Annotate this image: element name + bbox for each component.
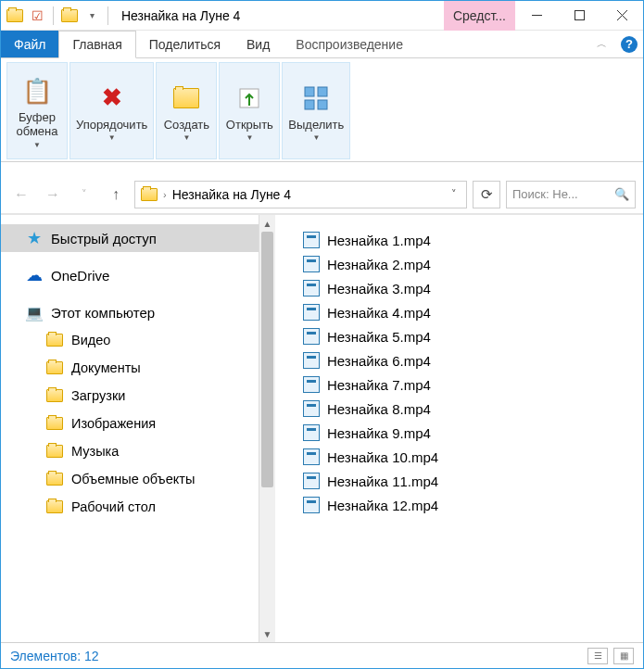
folder-icon[interactable] xyxy=(5,6,25,26)
video-file-icon xyxy=(303,376,320,393)
scroll-down-icon[interactable]: ▼ xyxy=(259,625,275,642)
select-all-icon xyxy=(299,82,333,115)
file-item[interactable]: Незнайка 11.mp4 xyxy=(284,469,634,493)
file-item[interactable]: Незнайка 7.mp4 xyxy=(284,372,634,397)
svg-rect-1 xyxy=(575,11,584,20)
delete-icon: ✖ xyxy=(95,82,129,115)
navpane-scrollbar[interactable]: ▲ ▼ xyxy=(259,215,275,642)
ribbon: 📋 Буфер обмена ▼ ✖ Упорядочить ▼ Создать… xyxy=(1,58,643,162)
file-item[interactable]: Незнайка 3.mp4 xyxy=(284,276,634,300)
tree-folder-item[interactable]: Видео xyxy=(1,326,259,354)
svg-rect-8 xyxy=(318,100,327,109)
svg-rect-0 xyxy=(532,15,542,16)
tree-this-pc[interactable]: 💻 Этот компьютер xyxy=(1,298,259,326)
navigation-pane[interactable]: ★ Быстрый доступ ☁ OneDrive 💻 Этот компь… xyxy=(1,215,259,642)
scroll-up-icon[interactable]: ▲ xyxy=(259,215,275,232)
clipboard-icon: 📋 xyxy=(20,74,54,107)
status-bar: Элементов: 12 ☰ ▦ xyxy=(1,642,643,668)
file-item[interactable]: Незнайка 9.mp4 xyxy=(284,421,634,445)
qat-dropdown-icon[interactable]: ▾ xyxy=(82,6,102,26)
video-file-icon xyxy=(303,497,320,513)
minimize-button[interactable] xyxy=(515,1,558,31)
star-icon: ★ xyxy=(25,230,44,246)
tree-folder-item[interactable]: Загрузки xyxy=(1,382,259,410)
tree-onedrive[interactable]: ☁ OneDrive xyxy=(1,261,259,289)
close-button[interactable] xyxy=(600,1,643,31)
tab-home[interactable]: Главная xyxy=(58,31,135,58)
folder-icon xyxy=(45,360,64,376)
folder-icon xyxy=(45,471,64,487)
collapse-ribbon-icon[interactable]: ︿ xyxy=(587,31,615,57)
view-details-button[interactable]: ☰ xyxy=(587,648,608,664)
refresh-button[interactable]: ⟳ xyxy=(473,181,500,208)
back-button[interactable]: ← xyxy=(8,182,34,208)
svg-rect-5 xyxy=(305,87,314,96)
chevron-down-icon: ▼ xyxy=(246,133,253,142)
video-file-icon xyxy=(303,280,320,297)
address-dropdown-icon[interactable]: ˅ xyxy=(448,188,461,200)
file-list[interactable]: Незнайка 1.mp4Незнайка 2.mp4Незнайка 3.m… xyxy=(275,215,643,642)
video-file-icon xyxy=(303,304,320,321)
forward-button[interactable]: → xyxy=(40,182,66,208)
help-button[interactable]: ? xyxy=(615,31,643,57)
folder-icon xyxy=(45,387,64,404)
chevron-down-icon: ▼ xyxy=(312,133,320,142)
scroll-thumb[interactable] xyxy=(261,232,273,487)
address-bar[interactable]: › Незнайка на Луне 4 ˅ xyxy=(134,181,467,208)
quick-access-toolbar: ☑ ▾ xyxy=(1,6,116,26)
file-item[interactable]: Незнайка 4.mp4 xyxy=(284,300,634,324)
file-item[interactable]: Незнайка 1.mp4 xyxy=(284,228,634,252)
tab-file[interactable]: Файл xyxy=(1,31,58,57)
tab-view[interactable]: Вид xyxy=(234,31,283,57)
folder-icon xyxy=(45,443,64,460)
navigation-row: ← → ˅ ↑ › Незнайка на Луне 4 ˅ ⟳ Поиск: … xyxy=(1,175,643,214)
ribbon-tabstrip: Файл Главная Поделиться Вид Воспроизведе… xyxy=(1,31,643,58)
video-file-icon xyxy=(303,400,320,417)
video-file-icon xyxy=(303,424,320,441)
svg-rect-6 xyxy=(318,87,327,96)
file-item[interactable]: Незнайка 5.mp4 xyxy=(284,324,634,348)
ribbon-organize[interactable]: ✖ Упорядочить ▼ xyxy=(69,62,154,159)
folder-icon xyxy=(45,332,64,348)
tree-folder-item[interactable]: Объемные объекты xyxy=(1,465,259,493)
file-item[interactable]: Незнайка 6.mp4 xyxy=(284,348,634,372)
chevron-down-icon: ▼ xyxy=(33,141,41,149)
file-item[interactable]: Незнайка 12.mp4 xyxy=(284,493,634,517)
maximize-button[interactable] xyxy=(558,1,600,31)
folder-icon[interactable] xyxy=(59,6,80,26)
ribbon-select[interactable]: Выделить ▼ xyxy=(282,62,350,159)
folder-icon xyxy=(141,188,158,201)
breadcrumb-item[interactable]: Незнайка на Луне 4 xyxy=(172,187,291,202)
chevron-right-icon[interactable]: › xyxy=(163,189,167,200)
titlebar: ☑ ▾ Незнайка на Луне 4 Средст... xyxy=(1,1,643,31)
ribbon-clipboard[interactable]: 📋 Буфер обмена ▼ xyxy=(6,62,68,159)
search-placeholder: Поиск: Не... xyxy=(512,187,578,201)
file-item[interactable]: Незнайка 2.mp4 xyxy=(284,252,634,276)
recent-dropdown[interactable]: ˅ xyxy=(71,182,97,208)
search-icon: 🔍 xyxy=(614,187,629,201)
file-item[interactable]: Незнайка 8.mp4 xyxy=(284,397,634,421)
properties-icon[interactable]: ☑ xyxy=(27,6,47,26)
cloud-icon: ☁ xyxy=(25,267,44,284)
tree-folder-item[interactable]: Документы xyxy=(1,354,259,382)
tree-folder-item[interactable]: Изображения xyxy=(1,410,259,437)
chevron-down-icon: ▼ xyxy=(183,133,190,142)
tab-share[interactable]: Поделиться xyxy=(136,31,234,57)
tree-quick-access[interactable]: ★ Быстрый доступ xyxy=(1,224,259,252)
up-button[interactable]: ↑ xyxy=(103,182,129,208)
tree-folder-item[interactable]: Музыка xyxy=(1,437,259,465)
tab-playback[interactable]: Воспроизведение xyxy=(283,31,416,57)
tree-folder-item[interactable]: Рабочий стол xyxy=(1,493,259,521)
video-file-icon xyxy=(303,256,320,272)
folder-icon xyxy=(45,499,64,515)
ribbon-new[interactable]: Создать ▼ xyxy=(156,62,217,159)
svg-rect-7 xyxy=(305,100,314,109)
video-file-icon xyxy=(303,352,320,369)
file-item[interactable]: Незнайка 10.mp4 xyxy=(284,445,634,469)
contextual-tab-header[interactable]: Средст... xyxy=(444,1,515,31)
view-icons-button[interactable]: ▦ xyxy=(613,648,634,664)
video-file-icon xyxy=(303,448,320,465)
new-folder-icon xyxy=(170,82,203,115)
ribbon-open[interactable]: Открыть ▼ xyxy=(219,62,280,159)
search-box[interactable]: Поиск: Не... 🔍 xyxy=(506,181,636,208)
